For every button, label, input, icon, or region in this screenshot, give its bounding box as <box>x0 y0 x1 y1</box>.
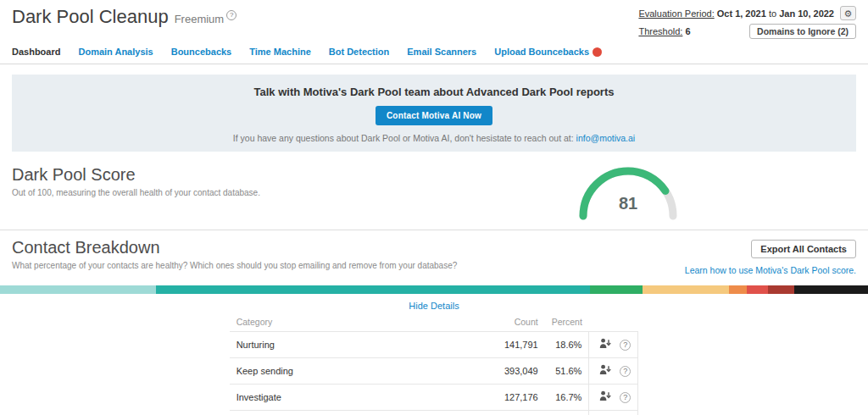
threshold-label: Threshold: <box>638 26 682 36</box>
learn-dark-pool-score-link[interactable]: Learn how to use Motiva's Dark Pool scor… <box>685 265 856 275</box>
page-header: Dark Pool Cleanup Freemium ? Evaluation … <box>0 0 868 41</box>
page-title: Dark Pool Cleanup <box>12 6 169 28</box>
nurturing-band <box>0 285 156 294</box>
score-gauge: 81 <box>573 160 683 221</box>
domains-to-ignore-button[interactable]: Domains to Ignore (2) <box>749 24 856 39</box>
row-help-icon[interactable]: ? <box>620 392 631 403</box>
evaluation-end-date: Jan 10, 2022 <box>779 8 834 19</box>
row-actions-cell: ? <box>589 358 638 385</box>
nav-tabs: DashboardDomain AnalysisBouncebacksTime … <box>0 41 868 64</box>
table-header-row: Category Count Percent <box>230 313 638 332</box>
evaluation-period-label: Evaluation Period: <box>638 8 714 19</box>
title-block: Dark Pool Cleanup Freemium ? <box>12 6 236 28</box>
export-contacts-button[interactable] <box>596 390 615 405</box>
row-actions-cell: ? <box>589 385 638 411</box>
row-help-icon[interactable]: ? <box>620 366 631 377</box>
notification-badge-icon <box>593 47 602 57</box>
breakdown-titles: Contact Breakdown What percentage of you… <box>12 238 457 270</box>
breakdown-table-body: Nurturing141,79118.6%?Keep sending393,04… <box>230 332 638 415</box>
tab-wrap-bouncebacks: Bouncebacks <box>171 47 232 57</box>
motiva-email-link[interactable]: info@motiva.ai <box>576 133 636 143</box>
tab-upload-bouncebacks[interactable]: Upload Bouncebacks <box>494 47 589 57</box>
evaluation-meta: Evaluation Period: Oct 1, 2021 to Jan 10… <box>638 6 856 39</box>
threshold-text: Threshold: 6 <box>638 26 690 36</box>
warning-band <box>729 285 746 294</box>
tab-wrap-time-machine: Time Machine <box>249 47 311 57</box>
table-row: Throttle and investigate22,4663.0%? <box>230 411 638 415</box>
breakdown-table-head: Category Count Percent <box>230 313 638 332</box>
count-cell: 393,049 <box>484 358 545 385</box>
count-cell: 22,466 <box>484 411 545 415</box>
tab-wrap-upload-bouncebacks: Upload Bouncebacks <box>494 47 602 57</box>
table-row: Keep sending393,04951.6%? <box>230 358 638 385</box>
category-cell: Throttle and investigate <box>230 411 484 415</box>
score-value: 81 <box>573 194 683 213</box>
threshold-value: 6 <box>685 26 690 36</box>
contact-breakdown-header: Contact Breakdown What percentage of you… <box>0 230 868 279</box>
tab-time-machine[interactable]: Time Machine <box>249 47 311 57</box>
score-section-title: Dark Pool Score <box>12 165 856 185</box>
hide-details-link[interactable]: Hide Details <box>0 301 868 311</box>
tab-bouncebacks[interactable]: Bouncebacks <box>171 47 232 57</box>
threshold-row: Threshold: 6 Domains to Ignore (2) <box>638 24 856 39</box>
risk-band <box>747 285 769 294</box>
banner-headline: Talk with Motiva's Dark Pool team about … <box>20 86 848 98</box>
row-actions-cell: ? <box>589 332 638 358</box>
export-contacts-button[interactable] <box>596 363 615 379</box>
dark-pool-score-section: Dark Pool Score Out of 100, measuring th… <box>0 160 868 223</box>
title-help-icon[interactable]: ? <box>226 10 236 20</box>
evaluation-period-row: Evaluation Period: Oct 1, 2021 to Jan 10… <box>638 6 856 20</box>
count-header: Count <box>484 313 545 332</box>
keep-sending-band <box>156 285 590 294</box>
plan-label: Freemium <box>175 13 225 25</box>
category-cell: Keep sending <box>230 358 484 385</box>
breakdown-section-title: Contact Breakdown <box>12 238 457 257</box>
breakdown-actions: Export All Contacts Learn how to use Mot… <box>685 238 856 275</box>
table-row: Investigate127,17616.7%? <box>230 385 638 411</box>
evaluation-to-text: to <box>769 8 776 19</box>
settings-gear-icon[interactable]: ⚙ <box>840 6 856 20</box>
percent-cell: 16.7% <box>545 385 589 411</box>
actions-header <box>589 313 638 332</box>
banner-note-text: If you have any questions about Dark Poo… <box>233 133 576 143</box>
tab-wrap-bot-detection: Bot Detection <box>329 47 390 57</box>
tab-wrap-domain-analysis: Domain Analysis <box>78 47 153 57</box>
breakdown-section-subtitle: What percentage of your contacts are hea… <box>12 261 457 270</box>
table-row: Nurturing141,79118.6%? <box>230 332 638 358</box>
tab-wrap-dashboard: Dashboard <box>12 47 60 57</box>
breakdown-table: Category Count Percent Nurturing141,7911… <box>230 313 639 415</box>
category-header: Category <box>230 313 484 332</box>
percent-cell: 3.0% <box>545 411 589 415</box>
score-section-subtitle: Out of 100, measuring the overall health… <box>12 188 856 197</box>
export-all-contacts-button[interactable]: Export All Contacts <box>751 240 856 258</box>
tab-email-scanners[interactable]: Email Scanners <box>407 47 476 57</box>
percent-cell: 18.6% <box>545 332 589 358</box>
export-contacts-button[interactable] <box>596 337 615 352</box>
percent-cell: 51.6% <box>545 358 589 385</box>
tab-domain-analysis[interactable]: Domain Analysis <box>78 47 153 57</box>
caution-band <box>643 285 729 294</box>
score-band-bar <box>0 285 868 294</box>
banner-note: If you have any questions about Dark Poo… <box>20 133 848 143</box>
remove-band <box>794 285 868 294</box>
row-help-icon[interactable]: ? <box>620 340 631 351</box>
category-cell: Investigate <box>230 385 484 411</box>
promo-banner: Talk with Motiva's Dark Pool team about … <box>12 75 856 152</box>
contact-motiva-button[interactable]: Contact Motiva AI Now <box>376 106 492 125</box>
count-cell: 127,176 <box>484 385 545 411</box>
tab-wrap-email-scanners: Email Scanners <box>407 47 476 57</box>
evaluation-start-date: Oct 1, 2021 <box>717 8 766 19</box>
category-cell: Nurturing <box>230 332 484 358</box>
high-risk-band <box>768 285 794 294</box>
percent-header: Percent <box>545 313 589 332</box>
count-cell: 141,791 <box>484 332 545 358</box>
tab-bot-detection[interactable]: Bot Detection <box>329 47 390 57</box>
healthy-green-band <box>590 285 642 294</box>
row-actions-cell: ? <box>589 411 638 415</box>
tab-dashboard[interactable]: Dashboard <box>12 47 60 57</box>
